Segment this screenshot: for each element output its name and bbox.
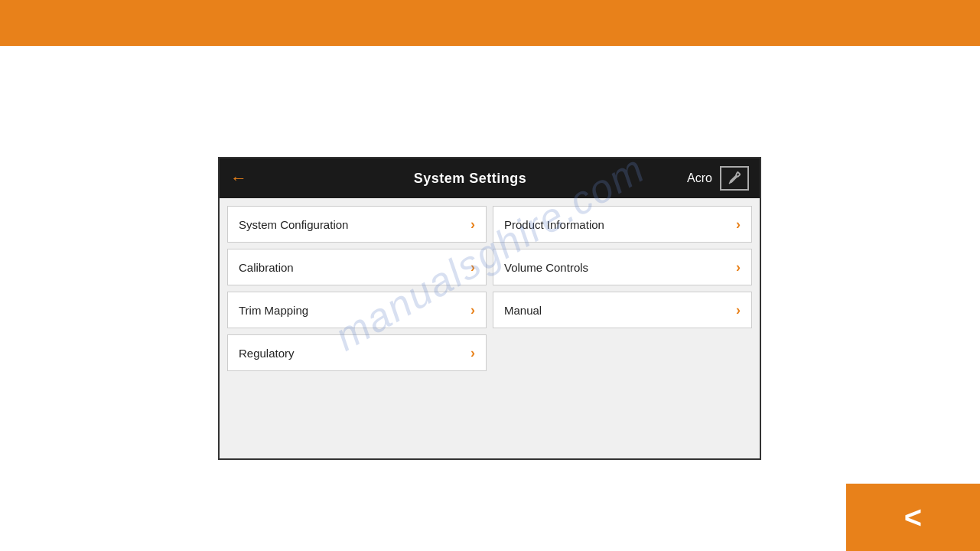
system-settings-dialog: ← System Settings Acro System Configurat… [218,157,761,460]
menu-item-product-information[interactable]: Product Information › [493,206,752,243]
chevron-left-icon: < [904,502,922,533]
svg-line-0 [730,182,731,184]
menu-item-label: Manual [504,304,736,317]
menu-item-label: Calibration [239,261,470,274]
top-bar [0,0,980,46]
menu-item-trim-mapping[interactable]: Trim Mapping › [227,292,487,328]
menu-item-manual[interactable]: Manual › [493,292,752,328]
menu-item-label: Trim Mapping [239,304,470,317]
menu-item-system-configuration[interactable]: System Configuration › [227,206,487,243]
dialog-user-label: Acro [687,171,712,185]
chevron-right-icon: › [470,217,475,233]
chevron-right-icon: › [736,259,741,276]
chevron-right-icon: › [470,302,475,318]
back-button[interactable]: ← [230,167,253,190]
chevron-right-icon: › [736,302,741,318]
menu-item-label: Product Information [504,218,736,231]
menu-item-label: Regulatory [239,347,470,360]
bottom-back-button[interactable]: < [846,484,980,551]
menu-item-label: Volume Controls [504,261,736,274]
dialog-body: System Configuration › Product Informati… [220,198,760,458]
menu-item-regulatory[interactable]: Regulatory › [227,334,487,371]
menu-item-calibration[interactable]: Calibration › [227,249,487,285]
menu-item-volume-controls[interactable]: Volume Controls › [493,249,752,285]
wrench-icon [726,170,743,187]
dialog-settings-icon-button[interactable] [720,166,749,191]
chevron-right-icon: › [470,345,475,361]
menu-item-label: System Configuration [239,218,470,231]
dialog-title: System Settings [253,171,687,187]
chevron-right-icon: › [470,259,475,276]
chevron-right-icon: › [736,217,741,233]
dialog-header: ← System Settings Acro [220,158,760,198]
